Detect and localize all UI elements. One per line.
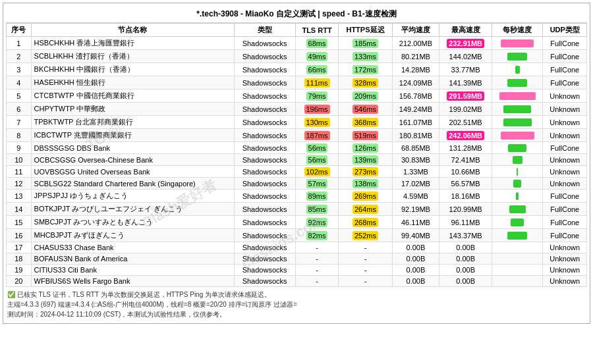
- row-name: HSBCHKHH 香港上海匯豐銀行: [31, 37, 234, 50]
- row-bar: [492, 116, 543, 129]
- row-https: 328ms: [339, 76, 392, 90]
- row-max: 242.06MB: [439, 129, 492, 142]
- row-bar: [492, 76, 543, 90]
- footer-line3: 测试时间：2024-04-12 11:10:09 (CST)，本测试为试验性结果…: [7, 309, 586, 319]
- row-bar: [492, 103, 543, 116]
- row-max: 141.39MB: [439, 76, 492, 90]
- row-udp: FullCone: [543, 203, 587, 216]
- row-max: 131.28MB: [439, 142, 492, 154]
- row-name: BOFAUS3N Bank of America: [31, 253, 234, 265]
- row-https: -: [339, 253, 392, 265]
- table-row: 6CHPYTWTP 中華郵政Shadowsocks196ms546ms149.2…: [7, 103, 587, 116]
- row-name: CTCBTWTP 中國信托商業銀行: [31, 90, 234, 103]
- row-id: 13: [7, 190, 32, 203]
- row-bar: [492, 216, 543, 229]
- row-tls: 66ms: [295, 63, 339, 76]
- row-id: 5: [7, 90, 32, 103]
- row-https: 172ms: [339, 63, 392, 76]
- row-avg: 0.00B: [392, 242, 439, 253]
- row-bar: [492, 276, 543, 287]
- row-name: UOVBSGSG United Overseas Bank: [31, 166, 234, 178]
- row-type: Shadowsocks: [234, 63, 295, 76]
- row-id: 2: [7, 50, 32, 63]
- row-avg: 180.81MB: [392, 129, 439, 142]
- col-max: 最高速度: [439, 24, 492, 37]
- row-id: 11: [7, 166, 32, 178]
- row-udp: Unknown: [543, 253, 587, 265]
- col-https: HTTPS延迟: [339, 24, 392, 37]
- row-tls: 79ms: [295, 90, 339, 103]
- row-avg: 99.40MB: [392, 229, 439, 242]
- row-max: 33.77MB: [439, 63, 492, 76]
- row-tls: 56ms: [295, 142, 339, 154]
- row-id: 7: [7, 116, 32, 129]
- row-name: OCBCSGSG Oversea-Chinese Bank: [31, 154, 234, 166]
- row-udp: Unknown: [543, 129, 587, 142]
- row-max: 199.02MB: [439, 103, 492, 116]
- row-avg: 1.33MB: [392, 166, 439, 178]
- row-https: 133ms: [339, 50, 392, 63]
- row-max: 232.91MB: [439, 37, 492, 50]
- row-bar: [492, 142, 543, 154]
- row-tls: 56ms: [295, 154, 339, 166]
- row-max: 0.00B: [439, 242, 492, 253]
- footer-line1: ✅ 已核实 TLS 证书，TLS RTT 为单次数据交换延迟，HTTPS Pin…: [7, 290, 586, 299]
- row-udp: Unknown: [543, 265, 587, 276]
- row-type: Shadowsocks: [234, 142, 295, 154]
- row-type: Shadowsocks: [234, 253, 295, 265]
- row-tls: 102ms: [295, 166, 339, 178]
- table-row: 12SCBLSG22 Standard Chartered Bank (Sing…: [7, 178, 587, 190]
- row-name: ICBCTWTP 兆豐國際商業銀行: [31, 129, 234, 142]
- row-avg: 46.11MB: [392, 216, 439, 229]
- col-tls: TLS RTT: [295, 24, 339, 37]
- row-bar: [492, 50, 543, 63]
- row-id: 18: [7, 253, 32, 265]
- row-tls: 130ms: [295, 116, 339, 129]
- table-row: 19CITIUS33 Citi BankShadowsocks--0.00B0.…: [7, 265, 587, 276]
- row-bar: [492, 154, 543, 166]
- row-bar: [492, 190, 543, 203]
- row-udp: Unknown: [543, 178, 587, 190]
- col-name: 节点名称: [31, 24, 234, 37]
- row-tls: -: [295, 253, 339, 265]
- row-avg: 156.78MB: [392, 90, 439, 103]
- row-max: 202.51MB: [439, 116, 492, 129]
- row-https: 546ms: [339, 103, 392, 116]
- row-avg: 17.02MB: [392, 178, 439, 190]
- row-type: Shadowsocks: [234, 129, 295, 142]
- col-udp: UDP类型: [543, 24, 587, 37]
- row-type: Shadowsocks: [234, 116, 295, 129]
- row-name: CHASUS33 Chase Bank: [31, 242, 234, 253]
- row-https: 368ms: [339, 116, 392, 129]
- row-max: 10.66MB: [439, 166, 492, 178]
- row-max: 143.37MB: [439, 229, 492, 242]
- row-bar: [492, 265, 543, 276]
- row-https: 269ms: [339, 190, 392, 203]
- row-id: 20: [7, 276, 32, 287]
- table-row: 10OCBCSGSG Oversea-Chinese BankShadowsoc…: [7, 154, 587, 166]
- row-max: 96.11MB: [439, 216, 492, 229]
- row-tls: 57ms: [295, 178, 339, 190]
- row-type: Shadowsocks: [234, 178, 295, 190]
- table-row: 14BOTKJPJT みつびしユーエフジェイ ぎんこうShadowsocks85…: [7, 203, 587, 216]
- row-udp: FullCone: [543, 37, 587, 50]
- row-type: Shadowsocks: [234, 216, 295, 229]
- table-header: 序号 节点名称 类型 TLS RTT HTTPS延迟 平均速度 最高速度 每秒速…: [7, 24, 587, 37]
- table-row: 18BOFAUS3N Bank of AmericaShadowsocks--0…: [7, 253, 587, 265]
- row-id: 14: [7, 203, 32, 216]
- results-table: 序号 节点名称 类型 TLS RTT HTTPS延迟 平均速度 最高速度 每秒速…: [6, 23, 587, 287]
- row-name: BOTKJPJT みつびしユーエフジェイ ぎんこう: [31, 203, 234, 216]
- row-max: 144.02MB: [439, 50, 492, 63]
- row-avg: 92.19MB: [392, 203, 439, 216]
- row-tls: -: [295, 276, 339, 287]
- row-bar: [492, 166, 543, 178]
- row-udp: FullCone: [543, 76, 587, 90]
- row-name: HASEHKHH 恒生銀行: [31, 76, 234, 90]
- row-name: DBSSSGSG DBS Bank: [31, 142, 234, 154]
- row-name: JPPSJPJJ ゆうちょぎんこう: [31, 190, 234, 203]
- row-tls: -: [295, 242, 339, 253]
- row-id: 12: [7, 178, 32, 190]
- row-https: 185ms: [339, 37, 392, 50]
- row-udp: Unknown: [543, 103, 587, 116]
- row-avg: 0.00B: [392, 253, 439, 265]
